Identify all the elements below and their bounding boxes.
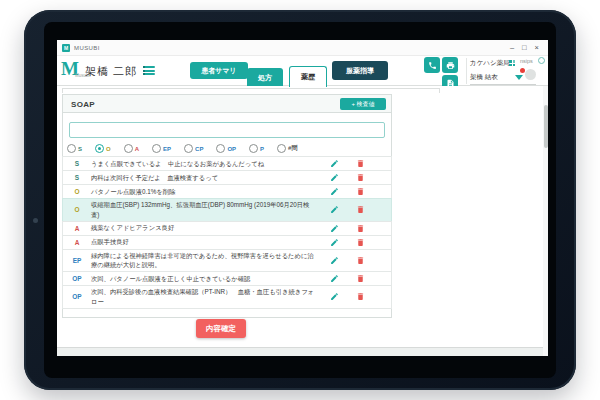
delete-button[interactable] [347, 238, 373, 247]
soap-type-radio[interactable]: P [249, 144, 264, 153]
window-title: MUSUBI [74, 45, 100, 51]
edit-button[interactable] [321, 224, 347, 233]
pencil-icon [330, 238, 339, 247]
soap-entry-text: 次回、パタノール点眼液を正しく中止できているか確認 [91, 274, 321, 284]
edit-button[interactable] [321, 256, 347, 265]
soap-entry-text: 収縮期血圧(SBP) 132mmHg、拡張期血圧(DBP) 80mmHg (20… [91, 200, 321, 220]
soap-title: SOAP [71, 100, 95, 109]
delete-button[interactable] [347, 274, 373, 283]
soap-entry-row: OP 次回、内科受診後の血液検査結果確認（PT-INR） 血糖・血圧も引き続きフ… [62, 285, 392, 309]
radio-circle-icon[interactable] [249, 144, 258, 153]
scrollbar-thumb[interactable] [544, 105, 548, 148]
print-button[interactable] [442, 57, 458, 73]
app-header: M Musubi 架橋 二郎 患者サマリ 処方 薬歴 服薬指導 カケハシ [57, 56, 548, 86]
radio-circle-icon[interactable] [216, 144, 225, 153]
pencil-icon [330, 224, 339, 233]
delete-button[interactable] [347, 159, 373, 168]
radio-label: A [135, 146, 139, 152]
radio-circle-icon[interactable] [184, 144, 193, 153]
edit-button[interactable] [321, 173, 347, 182]
main-content: SOAP + 検査値 S O A EP CP OP P #問 [57, 86, 548, 356]
vertical-scrollbar [543, 86, 548, 356]
tab-prescription[interactable]: 処方 [247, 68, 283, 87]
close-button[interactable]: × [535, 43, 539, 52]
radio-circle-icon[interactable] [277, 144, 286, 153]
trash-icon [356, 292, 365, 301]
pencil-icon [330, 187, 339, 196]
radio-label: #問 [288, 144, 297, 153]
delete-button[interactable] [347, 173, 373, 182]
soap-type-radio[interactable]: O [95, 144, 111, 153]
soap-type-radio[interactable]: EP [152, 144, 171, 153]
edit-button[interactable] [321, 187, 347, 196]
soap-type-radio[interactable]: CP [184, 144, 203, 153]
pencil-icon [330, 256, 339, 265]
trash-icon [356, 238, 365, 247]
pencil-icon [330, 292, 339, 301]
soap-entry-row: A 点眼手技良好 [62, 235, 392, 250]
chevron-down-icon [515, 75, 523, 80]
printer-icon [446, 61, 455, 70]
add-lab-values-button[interactable]: + 検査値 [340, 98, 386, 110]
radio-label: P [260, 146, 264, 152]
edit-button[interactable] [321, 238, 347, 247]
delete-button[interactable] [347, 292, 373, 301]
medication-guidance-button[interactable]: 服薬指導 [332, 61, 388, 80]
minimize-button[interactable]: – [510, 43, 514, 52]
soap-entry-type: A [63, 239, 91, 246]
pencil-icon [330, 274, 339, 283]
delete-button[interactable] [347, 187, 373, 196]
radio-circle-icon[interactable] [67, 144, 76, 153]
soap-entry-text: 残薬なくアドヒアランス良好 [91, 223, 321, 233]
radio-label: O [106, 146, 111, 152]
patient-name: 架橋 二郎 [85, 64, 137, 79]
delete-button[interactable] [347, 256, 373, 265]
delete-button[interactable] [347, 205, 373, 214]
patient-list-icon[interactable] [143, 66, 155, 77]
tablet-screen: M MUSUBI – □ × M Musubi 架橋 二郎 患者サマリ 処方 薬… [44, 22, 556, 378]
radio-label: EP [163, 146, 171, 152]
soap-entry-row: S 内科は次回行く予定だよ 血液検査するって [62, 170, 392, 185]
pharmacy-name: カケハシ薬局 [470, 59, 510, 68]
soap-entry-type: O [63, 188, 91, 195]
soap-entry-row: S うまく点眼できているよ 中止になるお薬があるんだってね [62, 156, 392, 171]
header-divider [466, 58, 467, 84]
soap-entry-type: O [63, 206, 91, 213]
window-titlebar: M MUSUBI – □ × [57, 40, 548, 56]
tab-medication-history[interactable]: 薬歴 [289, 66, 327, 87]
soap-type-radio[interactable]: A [124, 144, 139, 153]
soap-type-radio[interactable]: S [67, 144, 82, 153]
maximize-button[interactable]: □ [522, 43, 527, 52]
confirm-content-button[interactable]: 内容確定 [196, 319, 246, 338]
radio-circle-icon[interactable] [124, 144, 133, 153]
delete-button[interactable] [347, 224, 373, 233]
soap-entry-type: OP [63, 293, 91, 300]
trash-icon [356, 274, 365, 283]
trash-icon [356, 224, 365, 233]
trash-icon [356, 187, 365, 196]
radio-circle-icon[interactable] [95, 144, 104, 153]
edit-button[interactable] [321, 159, 347, 168]
patient-summary-button[interactable]: 患者サマリ [190, 62, 248, 79]
soap-type-radio[interactable]: OP [216, 144, 236, 153]
trash-icon [356, 173, 365, 182]
soap-entry-text: 緑内障による視神経障害は非可逆的であるため、視野障害を遅らせるために治療の継続が… [91, 251, 321, 271]
user-name: 架橋 結衣 [470, 73, 498, 82]
soap-entry-input[interactable] [69, 122, 385, 138]
edit-button[interactable] [321, 292, 347, 301]
pencil-icon [330, 173, 339, 182]
dropdown-underline [470, 84, 536, 85]
soap-type-radio-group: S O A EP CP OP P #問 [67, 142, 297, 155]
edit-button[interactable] [321, 274, 347, 283]
phone-icon [428, 61, 437, 70]
radio-circle-icon[interactable] [152, 144, 161, 153]
edit-button[interactable] [321, 205, 347, 214]
nsips-status-circle [525, 69, 536, 80]
soap-type-radio[interactable]: #問 [277, 144, 297, 153]
soap-entry-type: A [63, 225, 91, 232]
soap-panel-header: SOAP + 検査値 [63, 95, 391, 113]
musubi-logo: M [61, 56, 79, 82]
phone-button[interactable] [424, 57, 440, 73]
soap-entry-row: O 収縮期血圧(SBP) 132mmHg、拡張期血圧(DBP) 80mmHg (… [62, 198, 392, 222]
app-icon: M [62, 44, 70, 52]
